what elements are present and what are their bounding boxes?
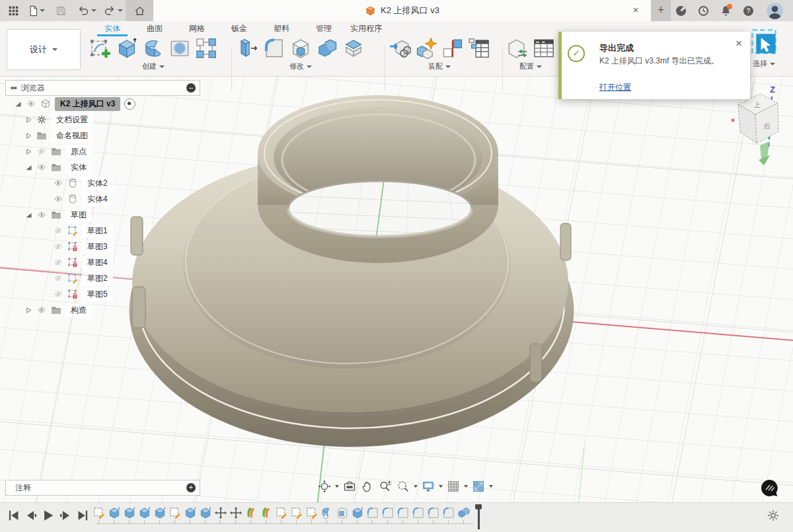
collapse-arrow-icon[interactable] [15, 100, 22, 108]
visibility-eye-icon[interactable] [53, 179, 63, 187]
activate-component-radio[interactable] [124, 98, 135, 110]
visibility-eye-icon[interactable] [36, 306, 47, 314]
visibility-eye-off-icon[interactable] [36, 147, 47, 155]
timeline-feature-sketch-icon[interactable] [290, 506, 303, 519]
timeline-feature-split-icon[interactable] [260, 506, 273, 519]
app-grid-icon[interactable] [5, 3, 21, 19]
workspace-selector[interactable]: 设计 [7, 29, 81, 70]
viewport-3d[interactable]: Z 上 后 ◀◀ 浏览器 – K2 上排风口 v3文档设置命名视图原点实体实体2… [0, 76, 793, 502]
timeline-feature-revolve-icon[interactable] [321, 506, 334, 519]
group-label[interactable]: 修改 [237, 61, 365, 71]
tree-item-label[interactable]: 草图3 [82, 240, 113, 254]
grid-snap-caret[interactable] [464, 485, 468, 488]
visibility-eye-off-icon[interactable] [53, 290, 63, 298]
zoom-icon[interactable] [378, 479, 393, 494]
file-menu-caret[interactable] [40, 9, 45, 12]
timeline-feature-split-icon[interactable] [245, 506, 258, 519]
timeline-feature-combine-icon[interactable] [457, 506, 471, 519]
split-icon[interactable] [342, 37, 365, 59]
model-vent-adapter[interactable] [126, 91, 582, 448]
viewports-icon[interactable] [471, 479, 486, 494]
visibility-eye-icon[interactable] [26, 100, 36, 108]
add-comment-icon[interactable]: + [186, 483, 196, 492]
open-location-link[interactable]: 打开位置 [599, 82, 631, 93]
collapse-arrow-icon[interactable] [25, 164, 32, 171]
tree-item-label[interactable]: K2 上排风口 v3 [55, 97, 120, 111]
timeline-feature-fillet-icon[interactable] [366, 506, 379, 519]
tree-item-label[interactable]: 原点 [65, 145, 92, 159]
group-label[interactable]: 创建 [89, 61, 217, 71]
redo-icon[interactable] [102, 3, 118, 19]
timeline-playhead[interactable] [474, 504, 482, 529]
ribbon-tab-实体[interactable]: 实体 [91, 22, 133, 34]
group-label[interactable]: 配置 [506, 61, 555, 71]
timeline-go-end-button[interactable] [75, 508, 90, 523]
undo-menu-caret[interactable] [91, 9, 96, 12]
tree-item-label[interactable]: 构造 [65, 303, 92, 317]
ribbon-tab-塑料[interactable]: 塑料 [260, 22, 303, 34]
pattern-icon[interactable] [195, 37, 217, 59]
tree-item-label[interactable]: 实体 [65, 161, 92, 174]
timeline-feature-extrude-icon[interactable] [138, 506, 151, 519]
undo-icon[interactable] [75, 3, 91, 19]
document-close-icon[interactable]: × [630, 4, 642, 15]
ribbon-tab-实用程序[interactable]: 实用程序 [345, 22, 387, 34]
timeline-feature-fillet-icon[interactable] [397, 506, 410, 519]
display-settings-icon[interactable] [421, 479, 435, 494]
display-settings-caret[interactable] [439, 485, 443, 488]
user-avatar[interactable] [765, 1, 784, 20]
timeline-feature-extrude-icon[interactable] [108, 506, 121, 519]
tree-item-label[interactable]: 草图1 [82, 224, 113, 238]
tree-item-label[interactable]: 草图 [65, 208, 92, 222]
timeline-feature-sketch-icon[interactable] [305, 506, 319, 519]
browser-minimize-icon[interactable]: – [186, 83, 196, 93]
tree-item-label[interactable]: 文档设置 [51, 113, 93, 127]
timeline-feature-extrude-icon[interactable] [153, 506, 167, 519]
home-button[interactable] [126, 0, 153, 21]
visibility-eye-off-icon[interactable] [53, 243, 63, 250]
extrude-icon[interactable] [116, 37, 138, 59]
grid-snap-icon[interactable] [446, 479, 461, 494]
extensions-icon[interactable] [673, 3, 689, 19]
ribbon-tab-曲面[interactable]: 曲面 [133, 22, 176, 34]
visibility-eye-icon[interactable] [36, 163, 47, 171]
revolve-icon[interactable] [142, 37, 165, 59]
group-label[interactable]: 装配 [389, 61, 490, 71]
new-component-icon[interactable] [415, 37, 437, 59]
job-status-clock-icon[interactable] [695, 3, 711, 19]
timeline-feature-extrude-icon[interactable] [199, 506, 212, 519]
file-new-icon[interactable] [25, 3, 41, 19]
timeline-feature-sketch-icon[interactable] [275, 506, 288, 519]
save-icon[interactable] [53, 3, 69, 19]
tree-item-label[interactable]: 实体4 [82, 192, 113, 206]
timeline-settings-gear-icon[interactable] [767, 509, 780, 522]
timeline-feature-sketch-icon[interactable] [93, 506, 106, 519]
fillet-icon[interactable] [263, 37, 285, 59]
fit-caret[interactable] [414, 485, 418, 488]
notifications-bell-icon[interactable] [718, 3, 734, 19]
hole-icon[interactable] [169, 37, 191, 59]
fit-icon[interactable] [396, 479, 410, 494]
combine-icon[interactable] [316, 37, 338, 59]
browser-panel-header[interactable]: ◀◀ 浏览器 – [5, 80, 200, 96]
timeline-feature-move-icon[interactable] [214, 506, 227, 519]
timeline-feature-move-icon[interactable] [229, 506, 243, 519]
timeline-feature-fillet-icon[interactable] [381, 506, 395, 519]
timeline-go-start-button[interactable] [7, 508, 21, 523]
visibility-eye-off-icon[interactable] [53, 227, 63, 235]
expand-arrow-icon[interactable] [25, 148, 32, 155]
document-tab[interactable]: K2 上排风口 v3 × [153, 0, 651, 21]
ribbon-tab-网格[interactable]: 网格 [176, 22, 218, 34]
timeline-feature-extrude-icon[interactable] [123, 506, 136, 519]
collapse-arrow-icon[interactable] [25, 211, 32, 219]
tree-item-label[interactable]: 草图5 [82, 287, 113, 301]
expand-arrow-icon[interactable] [25, 307, 32, 314]
redo-menu-caret[interactable] [118, 9, 123, 12]
visibility-eye-icon[interactable] [36, 211, 47, 219]
look-at-icon[interactable] [342, 479, 357, 494]
pan-icon[interactable] [360, 479, 375, 494]
assistant-bubble-icon[interactable] [761, 479, 778, 497]
orbit-icon[interactable] [317, 479, 332, 494]
visibility-eye-off-icon[interactable] [53, 258, 63, 266]
viewports-caret[interactable] [489, 485, 493, 488]
